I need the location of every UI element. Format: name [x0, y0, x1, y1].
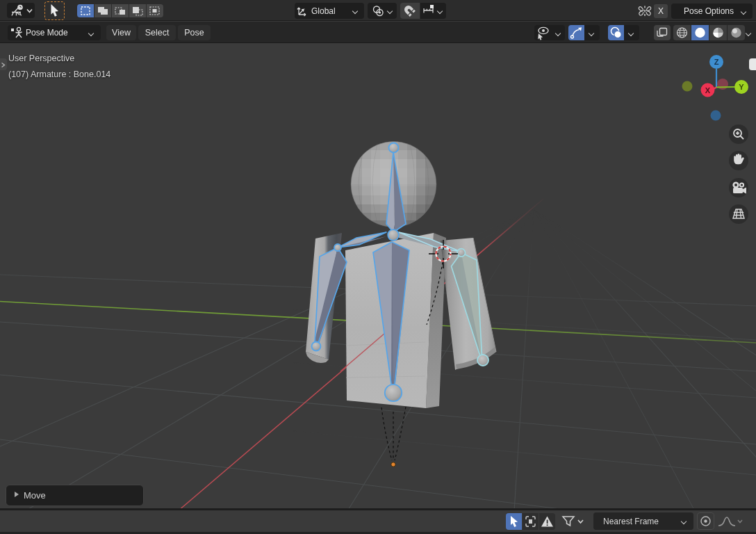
svg-text:Z: Z	[714, 58, 719, 66]
svg-text:Y: Y	[739, 83, 744, 91]
svg-text:X: X	[705, 86, 711, 95]
